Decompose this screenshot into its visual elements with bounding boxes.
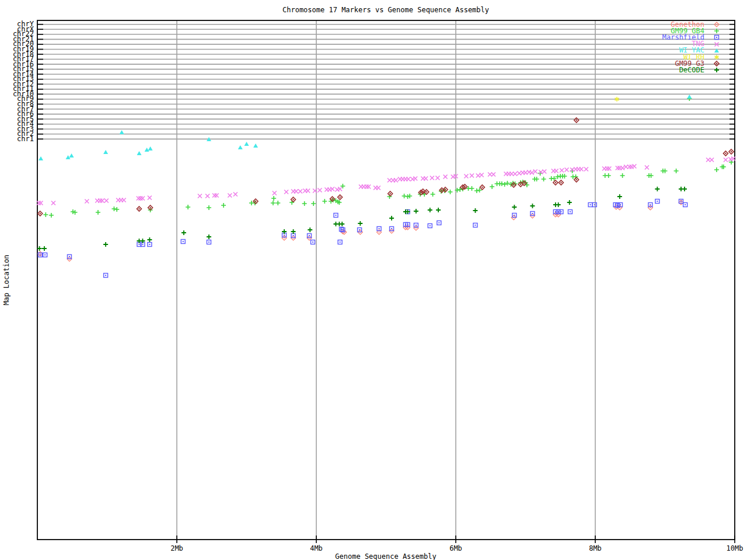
data-point: [402, 194, 407, 198]
data-point: [568, 210, 572, 214]
data-point: [490, 184, 494, 189]
data-point: [137, 151, 141, 155]
data-point: [632, 164, 636, 169]
legend-marker-genethon: [711, 21, 722, 28]
x-tick-label-8Mb: 8Mb: [589, 544, 602, 552]
data-point: [207, 235, 211, 239]
data-point: [103, 150, 108, 154]
x-tick-label-10Mb: 10Mb: [727, 544, 743, 552]
data-point: [120, 130, 124, 134]
data-point: [51, 201, 55, 205]
data-point: [714, 61, 719, 66]
data-point: [559, 210, 563, 214]
data-point: [714, 48, 719, 52]
gridlines: [37, 20, 735, 540]
y-tick-label-chr1: chr1: [17, 136, 34, 142]
data-point: [317, 188, 322, 192]
data-point: [530, 204, 535, 208]
data-point: [588, 203, 592, 207]
data-point: [470, 174, 474, 178]
data-point: [554, 169, 558, 173]
data-point: [624, 165, 628, 169]
legend-marker-tng: [711, 41, 722, 48]
data-point: [509, 172, 514, 176]
data-point: [473, 223, 477, 228]
data-point: [138, 197, 142, 201]
data-point: [724, 158, 728, 162]
legend-marker-wi-yac: [711, 47, 722, 54]
data-point: [556, 202, 561, 207]
data-point: [714, 167, 719, 172]
data-point: [620, 173, 625, 178]
data-point: [85, 200, 89, 204]
data-point: [428, 208, 432, 212]
data-point: [553, 180, 558, 185]
data-point: [584, 167, 588, 172]
data-point: [414, 226, 418, 230]
data-point: [431, 192, 435, 197]
series-genethon: [38, 200, 683, 261]
data-point: [275, 201, 280, 205]
x-tick-label-6Mb: 6Mb: [449, 544, 462, 552]
data-point: [607, 167, 611, 171]
data-point: [627, 165, 631, 169]
data-point: [480, 173, 484, 177]
data-point: [42, 246, 47, 251]
data-point: [729, 149, 734, 154]
data-point: [464, 174, 468, 178]
data-point: [148, 243, 152, 247]
data-point: [413, 177, 417, 181]
data-point: [245, 142, 249, 146]
data-point: [480, 185, 484, 190]
data-point: [556, 210, 560, 214]
data-point: [648, 203, 652, 207]
data-point: [567, 200, 572, 205]
data-point: [338, 187, 342, 191]
data-point: [207, 240, 211, 244]
data-point: [474, 188, 479, 193]
data-point: [330, 187, 334, 191]
data-point: [714, 68, 719, 72]
data-point: [137, 197, 141, 201]
x-tick-label-2Mb: 2Mb: [170, 544, 183, 552]
data-point: [542, 170, 546, 174]
series-tng: [37, 157, 735, 205]
data-point: [530, 171, 534, 175]
data-point: [308, 228, 312, 232]
data-point: [414, 223, 418, 228]
data-point: [215, 194, 219, 198]
data-point: [43, 253, 47, 257]
data-point: [98, 199, 102, 203]
data-point: [221, 203, 226, 208]
legend-marker-decode: [711, 66, 722, 74]
data-point: [710, 158, 714, 162]
x-tick-label-4Mb: 4Mb: [310, 544, 323, 552]
data-point: [111, 206, 116, 211]
data-point: [565, 168, 569, 172]
data-point: [39, 156, 43, 160]
data-point: [69, 153, 74, 158]
data-point: [542, 177, 546, 181]
data-point: [43, 212, 48, 217]
data-point: [414, 209, 418, 214]
data-point: [715, 55, 719, 60]
data-point: [311, 240, 315, 244]
data-point: [435, 176, 439, 180]
data-point: [145, 148, 149, 152]
data-point: [282, 236, 287, 240]
data-point: [212, 194, 217, 198]
data-point: [291, 229, 296, 234]
data-point: [560, 169, 564, 173]
data-point: [687, 94, 692, 99]
data-point: [340, 222, 344, 226]
data-point: [424, 177, 428, 181]
data-point: [715, 36, 719, 40]
data-point: [104, 199, 109, 203]
data-point: [617, 194, 622, 199]
legend-marker-gm99-gb4: [711, 27, 722, 34]
data-point: [553, 210, 557, 214]
data-point: [683, 203, 687, 207]
data-point: [122, 198, 126, 202]
data-point: [388, 191, 393, 196]
data-point: [298, 190, 302, 194]
